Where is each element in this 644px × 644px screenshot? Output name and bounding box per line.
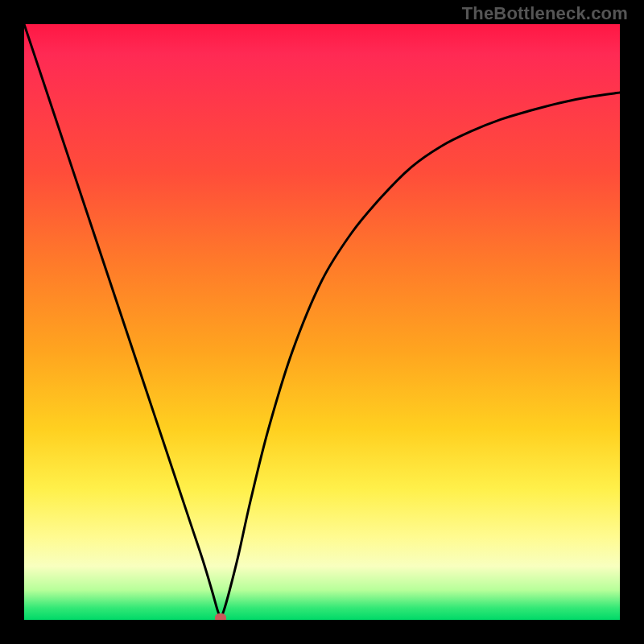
heat-gradient [24,24,620,620]
plot-area [24,24,620,620]
chart-frame: TheBottleneck.com [0,0,644,644]
optimum-marker [215,613,226,620]
watermark-text: TheBottleneck.com [462,3,628,24]
